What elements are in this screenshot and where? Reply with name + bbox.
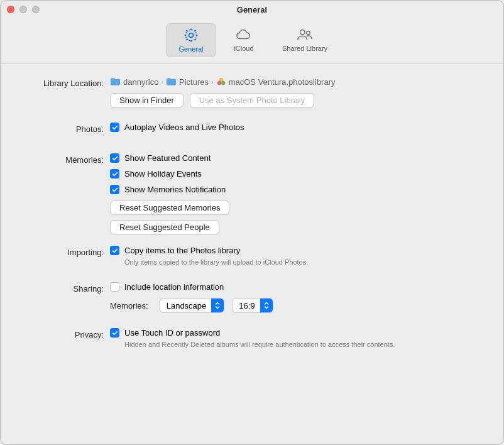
sharing-label: Sharing: [19,282,110,294]
svg-point-5 [217,81,221,85]
importing-label: Importing: [19,246,110,257]
photos-label: Photos: [19,123,110,134]
copy-items-label: Copy items to the Photos library [124,246,240,255]
orientation-select[interactable]: Landscape [160,298,225,313]
include-location-checkbox[interactable] [110,282,119,292]
close-button[interactable] [7,6,14,13]
breadcrumb: dannyrico › Pictures › macOS [110,77,485,87]
svg-point-2 [300,30,305,35]
maximize-button[interactable] [32,6,40,13]
svg-point-3 [307,31,310,35]
memories-notification-label: Show Memories Notification [124,185,226,194]
people-icon [296,27,314,42]
privacy-help: Hidden and Recently Deleted albums will … [124,340,485,349]
holiday-events-checkbox[interactable] [110,169,119,179]
crumb-home[interactable]: dannyrico [110,77,158,87]
include-location-label: Include location information [124,282,224,292]
svg-point-1 [185,30,196,40]
toolbar: General iCloud Shared Library [1,18,503,64]
reset-people-button[interactable]: Reset Suggested People [110,220,219,234]
chevron-icon: › [211,78,214,85]
privacy-label: Privacy: [19,328,110,339]
use-as-system-library-button: Use as System Photo Library [190,93,314,107]
touch-id-checkbox[interactable] [110,328,119,338]
reset-memories-button[interactable]: Reset Suggested Memories [110,201,229,215]
copy-items-checkbox[interactable] [110,246,119,255]
holiday-events-label: Show Holiday Events [124,169,202,179]
autoplay-label: Autoplay Videos and Live Photos [124,123,244,132]
crumb-pictures[interactable]: Pictures [166,77,209,87]
updown-icon [211,299,224,312]
window-title: General [1,5,503,14]
memories-notification-checkbox[interactable] [110,185,119,194]
aspect-select[interactable]: 16:9 [232,298,273,313]
library-location-label: Library Location: [19,77,110,88]
cloud-icon [235,27,253,42]
chevron-icon: › [161,78,163,85]
photoslib-icon [216,77,226,87]
autoplay-checkbox[interactable] [110,123,119,132]
svg-point-0 [189,33,194,38]
tab-shared-library[interactable]: Shared Library [271,23,338,57]
svg-point-6 [221,81,224,85]
updown-icon [260,299,273,312]
tab-icloud[interactable]: iCloud [219,23,269,57]
gear-icon [182,28,200,43]
featured-content-checkbox[interactable] [110,153,119,163]
crumb-library[interactable]: macOS Ventura.photoslibrary [216,77,336,87]
titlebar: General [1,1,503,18]
folder-icon [110,77,121,86]
preferences-window: General General iCloud [0,0,504,445]
tab-general[interactable]: General [166,23,216,57]
featured-content-label: Show Featured Content [124,153,211,163]
content-area: Library Location: dannyrico › Pictures › [1,64,503,364]
show-in-finder-button[interactable]: Show in Finder [110,93,184,107]
folder-icon [166,77,177,86]
importing-help: Only items copied to the library will up… [124,258,485,267]
memories-inline-label: Memories: [110,301,148,310]
memories-label: Memories: [19,153,110,165]
minimize-button[interactable] [19,6,27,13]
touch-id-label: Use Touch ID or password [124,328,220,338]
